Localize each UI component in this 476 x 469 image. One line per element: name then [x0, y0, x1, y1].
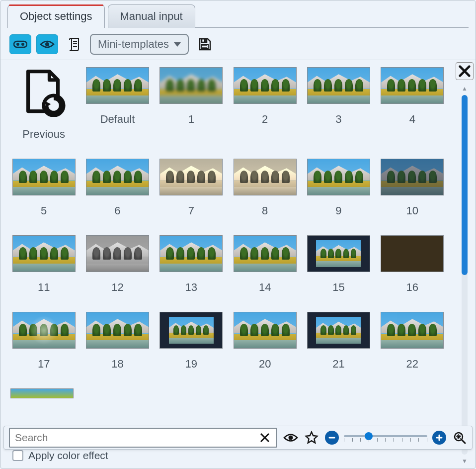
gallery-bottom-toolbar: [3, 426, 473, 450]
template-thumb[interactable]: [159, 312, 223, 349]
template-label: 4: [409, 113, 415, 126]
zoom-slider-track[interactable]: [344, 431, 427, 444]
svg-rect-8: [204, 39, 206, 42]
template-thumb[interactable]: [12, 312, 76, 349]
scrollbar-track[interactable]: [462, 95, 468, 455]
template-thumb[interactable]: [234, 159, 297, 195]
right-rail: ▲ ▼: [456, 60, 476, 469]
template-thumb[interactable]: [234, 235, 297, 272]
template-cell: 17: [10, 312, 77, 371]
template-label: 13: [185, 281, 197, 294]
template-label: 2: [262, 113, 268, 126]
template-cell: 20: [232, 312, 298, 371]
template-cell: 6: [84, 159, 151, 217]
previous-template-button[interactable]: [21, 67, 66, 119]
template-thumb[interactable]: [234, 67, 297, 104]
page-revert-icon: [21, 67, 66, 117]
template-thumb[interactable]: [12, 235, 76, 272]
template-cell: 16: [379, 235, 446, 294]
tab-bar: Object settings Manual input: [0, 0, 476, 28]
template-thumb[interactable]: [381, 67, 444, 104]
plus-icon: [436, 434, 443, 441]
template-thumb[interactable]: [86, 67, 149, 104]
template-label: 1: [188, 113, 194, 126]
template-thumb[interactable]: [307, 235, 370, 272]
svg-point-13: [289, 436, 293, 440]
eye-icon: [283, 432, 298, 443]
template-cell: 7: [158, 159, 225, 217]
save-icon: [198, 37, 212, 51]
zoom-out-button[interactable]: [325, 431, 339, 445]
template-thumb[interactable]: [159, 67, 223, 104]
preview-toggle-button[interactable]: [36, 34, 58, 54]
template-thumb[interactable]: [234, 312, 297, 349]
template-cell: 15: [305, 235, 372, 294]
scrollbar-thumb[interactable]: [462, 95, 468, 275]
template-cell: 9: [305, 159, 372, 217]
svg-rect-0: [14, 41, 27, 47]
svg-point-2: [21, 43, 24, 46]
apply-color-effect-label: Apply color effect: [28, 450, 108, 462]
template-label: 3: [335, 113, 341, 126]
template-cell: 4: [379, 67, 446, 141]
template-thumb[interactable]: [12, 159, 76, 195]
template-cell: 11: [10, 235, 77, 294]
svg-rect-9: [201, 44, 208, 49]
template-thumb[interactable]: [381, 312, 444, 349]
template-cell: 19: [158, 312, 225, 371]
mini-templates-dropdown[interactable]: Mini-templates: [90, 34, 189, 55]
zoom-fit-button[interactable]: [452, 430, 467, 445]
tab-object-settings[interactable]: Object settings: [7, 4, 105, 28]
template-label: Default: [100, 113, 135, 126]
zoom-slider: [325, 431, 446, 445]
template-label: 12: [111, 281, 123, 294]
template-label: 17: [38, 358, 50, 371]
close-icon: [458, 64, 472, 78]
template-thumb[interactable]: [307, 312, 370, 349]
clear-search-button[interactable]: [257, 430, 272, 445]
clear-icon: [259, 432, 271, 444]
template-cell: 13: [158, 235, 225, 294]
scroll-up-arrow[interactable]: ▲: [462, 85, 468, 92]
gallery-area: PreviousDefault1234567891011121314151617…: [0, 60, 476, 469]
template-cell: 14: [232, 235, 298, 294]
search-box[interactable]: [9, 428, 277, 448]
zoom-in-button[interactable]: [432, 431, 446, 445]
template-cell: 18: [84, 312, 151, 371]
template-thumb[interactable]: [159, 159, 223, 195]
tab-label: Manual input: [120, 10, 183, 22]
favorite-button[interactable]: [304, 430, 319, 445]
template-cell: 2: [232, 67, 298, 141]
template-thumb[interactable]: [86, 312, 149, 349]
template-thumb[interactable]: [307, 159, 370, 195]
toggle-preview-button[interactable]: [283, 430, 298, 445]
link-icon: [13, 39, 27, 49]
template-thumb[interactable]: [381, 235, 444, 272]
template-cell: 3: [305, 67, 372, 141]
template-cell: 12: [84, 235, 151, 294]
tab-label: Object settings: [20, 10, 92, 22]
search-input[interactable]: [14, 431, 257, 444]
template-thumb[interactable]: [86, 235, 149, 272]
object-settings-panel: Object settings Manual input: [0, 0, 476, 469]
template-label: 16: [406, 281, 418, 294]
template-label: 6: [114, 204, 120, 217]
svg-point-3: [45, 42, 49, 46]
save-button[interactable]: [194, 34, 216, 54]
link-toggle-button[interactable]: [9, 34, 31, 54]
template-thumb[interactable]: [381, 159, 444, 195]
svg-point-1: [16, 43, 19, 46]
close-gallery-button[interactable]: [456, 62, 474, 80]
template-thumb[interactable]: [86, 159, 149, 195]
template-gallery: PreviousDefault1234567891011121314151617…: [0, 60, 456, 469]
tab-manual-input[interactable]: Manual input: [108, 4, 195, 28]
template-label: 11: [38, 281, 50, 294]
template-thumb-partial[interactable]: [10, 388, 74, 398]
template-cell: 8: [232, 159, 298, 217]
template-label: 19: [185, 358, 197, 371]
template-thumb[interactable]: [159, 235, 223, 272]
template-thumb[interactable]: [307, 67, 370, 104]
script-list-button[interactable]: [63, 34, 85, 54]
apply-color-effect-checkbox[interactable]: [12, 450, 23, 461]
chevron-down-icon: [174, 42, 181, 47]
